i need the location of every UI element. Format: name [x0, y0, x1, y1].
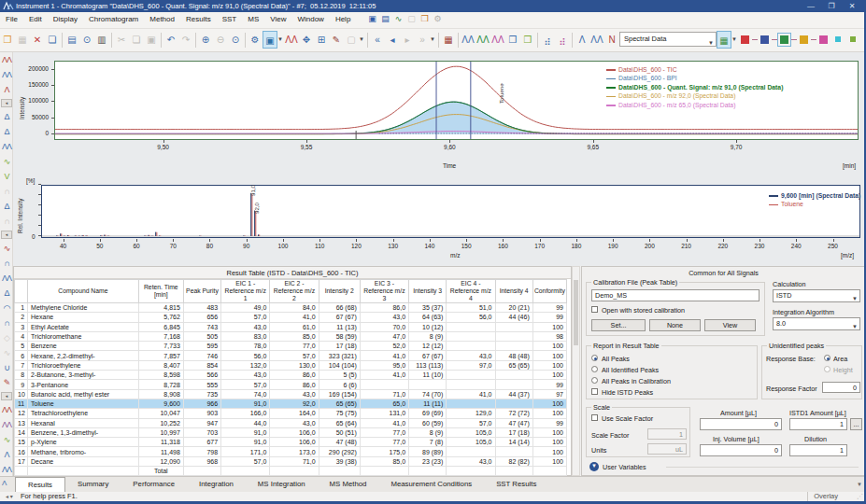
column-header[interactable]: Peak Purity: [183, 280, 220, 303]
table-row[interactable]: 10Butanoic acid, methyl ester8,90873574,…: [15, 389, 567, 399]
import-icon[interactable]: ❏: [45, 31, 60, 49]
column-header[interactable]: Intensity 2: [319, 280, 360, 303]
table-row[interactable]: 11Toluene9,60096691,092,065 (65)65,011 (…: [15, 399, 567, 408]
report-option-radio-0[interactable]: [591, 355, 598, 361]
tab-sst-results[interactable]: SST Results: [484, 477, 548, 492]
spectrum-search-icon[interactable]: ⣴: [555, 31, 570, 49]
ms-tool-1-icon[interactable]: ΛΛ: [461, 31, 476, 49]
disabled-box-icon[interactable]: ▢: [344, 31, 359, 49]
tab-results[interactable]: Results: [15, 477, 65, 492]
menu-chromatogram[interactable]: Chromatogram: [83, 12, 144, 29]
signal-chip-2[interactable]: [780, 35, 788, 44]
istd1-more-button[interactable]: ...: [850, 418, 862, 430]
signal-chip-small-1[interactable]: [850, 36, 856, 42]
dropdown-arrow-icon[interactable]: ▼: [430, 31, 436, 49]
column-header[interactable]: Intensity 4: [495, 280, 532, 303]
calculation-select[interactable]: ISTD▼: [773, 289, 860, 302]
left-tool-11-icon[interactable]: ∩: [0, 214, 13, 229]
chromatogram-panel[interactable]: Data\DHS_600 - TICData\DHS_600 - BPIData…: [13, 52, 866, 175]
resize-grip[interactable]: ⋰: [857, 492, 863, 501]
left-tool-16-icon[interactable]: Δ: [0, 286, 13, 301]
left-tool-5-icon[interactable]: Δ: [0, 124, 13, 139]
column-header[interactable]: EIC 1 - Reference m/z 1: [221, 280, 270, 303]
close-icon[interactable]: ✕: [30, 31, 45, 49]
minimize-button[interactable]: —: [801, 0, 821, 12]
tab-ms-integration[interactable]: MS Integration: [246, 477, 318, 492]
table-row[interactable]: 7Trichloroethylene8,407854132,0130,0104 …: [15, 360, 567, 370]
left-tool-17-icon[interactable]: ◠: [0, 301, 13, 315]
copy-icon[interactable]: ❏: [129, 31, 144, 49]
fit-icon[interactable]: ⊞: [314, 31, 329, 49]
column-header[interactable]: Intensity 3: [409, 280, 447, 303]
integration-select[interactable]: 8.0▼: [773, 317, 860, 330]
column-header[interactable]: EIC 2 - Reference m/z 2: [270, 280, 319, 303]
tooltip-mode-icon[interactable]: ▣: [263, 31, 277, 49]
table-row[interactable]: 5Benzene7,73359578,077,017 (18)52,012 (1…: [15, 342, 567, 351]
last-injection-icon[interactable]: »: [415, 31, 430, 49]
left-tool-28-icon[interactable]: ΛΛ: [0, 462, 13, 477]
table-row[interactable]: 4Trichloromethane7,16850583,085,058 (59)…: [15, 331, 567, 341]
left-tool-10-icon[interactable]: Δ: [0, 199, 13, 214]
response-factor-input[interactable]: 0: [822, 382, 860, 393]
spectrum-panel[interactable]: 9,600 [min] (Spectral Data)Toluene 91,09…: [13, 175, 866, 266]
chromatogram-plot[interactable]: Data\DHS_600 - TICData\DHS_600 - BPIData…: [54, 61, 859, 140]
menu-edit[interactable]: Edit: [23, 12, 48, 29]
dropdown-arrow-icon[interactable]: ▼: [731, 31, 738, 49]
table-row[interactable]: 16Methane, tribromo-11,498798171,0173,02…: [15, 447, 567, 456]
redo-icon[interactable]: ↷: [178, 31, 193, 49]
library-1-icon[interactable]: ❒: [505, 31, 520, 49]
menu-window[interactable]: Window: [291, 12, 329, 29]
tab-summary[interactable]: Summary: [65, 477, 121, 492]
use-scale-factor-checkbox[interactable]: [591, 414, 598, 421]
table-row[interactable]: 12Tetrachloroethylene10,047903166,0164,0…: [15, 409, 567, 418]
cut-icon[interactable]: ✂: [114, 31, 129, 49]
prev-injection-icon[interactable]: ◂: [385, 31, 400, 49]
ms-tool-2-icon[interactable]: ΛΛ: [476, 31, 490, 49]
left-tool-7-icon[interactable]: ∿: [0, 154, 13, 169]
report-window-icon[interactable]: ▤: [379, 12, 392, 23]
table-row[interactable]: 93-Pentanone8,72855557,086,06 (6)99: [15, 380, 567, 389]
signal-table-icon[interactable]: ▦: [717, 31, 731, 49]
library-icon[interactable]: ❒: [419, 12, 432, 23]
left-tool-13-icon[interactable]: ∿: [0, 241, 13, 256]
menu-display[interactable]: Display: [48, 12, 83, 29]
chart-window-icon[interactable]: ∿: [392, 12, 405, 23]
column-header[interactable]: [15, 280, 28, 303]
save-icon[interactable]: ▦: [15, 31, 30, 49]
zoom-out-icon[interactable]: ⊖: [213, 31, 228, 49]
table-row[interactable]: 6Hexane, 2,2-dimethyl-7,85774656,057,032…: [15, 351, 567, 360]
table-row[interactable]: 1Methylene Chloride4,81548349,084,066 (6…: [15, 303, 567, 313]
status-scroll-icon[interactable]: ◂ ▾: [6, 492, 13, 501]
none-button[interactable]: None: [649, 319, 701, 331]
left-toolbar-scroll[interactable]: ◂: [1, 99, 12, 107]
column-header[interactable]: EIC 3 - Reference m/z 3: [360, 280, 408, 303]
signal-chip-3[interactable]: [800, 35, 808, 44]
menu-view[interactable]: View: [264, 12, 291, 29]
zoom-icon[interactable]: ⊙: [228, 31, 243, 49]
tab-performance[interactable]: Performance: [121, 477, 187, 492]
left-tool-9-icon[interactable]: ∩: [0, 184, 13, 199]
left-tool-20-icon[interactable]: ∿: [0, 345, 13, 360]
library-2-icon[interactable]: ❒: [520, 31, 535, 49]
tab-integration[interactable]: Integration: [187, 477, 246, 492]
istd1-amount-input[interactable]: 1: [789, 418, 847, 430]
zoom-in-icon[interactable]: ⊕: [198, 31, 213, 49]
hide-istd-checkbox[interactable]: [591, 388, 598, 395]
column-header[interactable]: Conformity: [532, 280, 566, 303]
table-row[interactable]: 2Hexane5,76265657,041,067 (67)43,064 (63…: [15, 313, 567, 322]
negative-peak-icon[interactable]: Ν: [604, 31, 619, 49]
menu-help[interactable]: Help: [330, 12, 356, 29]
table-row[interactable]: 15p-Xylene11,31867791,0106,047 (48)77,07…: [15, 438, 567, 447]
left-tool-6-icon[interactable]: ΛΛ: [0, 139, 13, 154]
signal-chip-small-0[interactable]: [835, 36, 841, 42]
peak-marker-icon[interactable]: ΛΛ: [284, 31, 299, 49]
left-tool-0-icon[interactable]: ΛΛ: [0, 52, 13, 67]
undo-icon[interactable]: ↶: [163, 31, 178, 49]
open-with-stored-checkbox[interactable]: [591, 306, 598, 313]
tab-measurement-conditions[interactable]: Measurement Conditions: [378, 477, 484, 492]
user-variables-label[interactable]: User Variables: [603, 463, 646, 471]
left-tool-18-icon[interactable]: ∩: [0, 315, 13, 330]
close-button[interactable]: ✕: [842, 0, 862, 12]
pan-icon[interactable]: ✥: [299, 31, 314, 49]
result-table[interactable]: Compound NameReten. Time [min]Peak Purit…: [14, 279, 567, 476]
